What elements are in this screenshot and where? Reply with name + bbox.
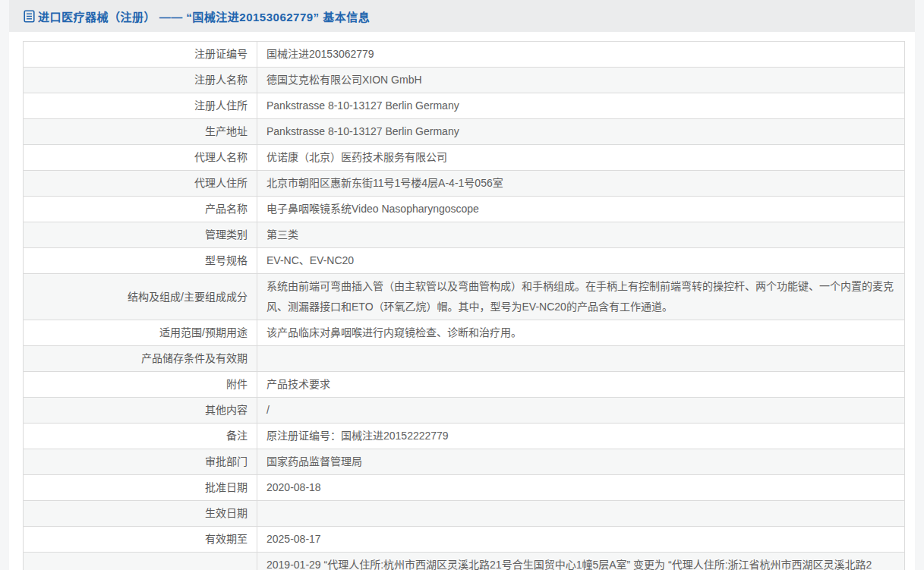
- field-value: /: [257, 398, 905, 424]
- field-value: [257, 501, 905, 527]
- table-row: 审批部门 国家药品监督管理局: [24, 449, 905, 475]
- registration-info-table: 注册证编号 国械注进20153062779 注册人名称 德国艾克松有限公司XIO…: [23, 41, 905, 570]
- field-label: 生效日期: [24, 501, 257, 527]
- table-row: 有效期至 2025-08-17: [24, 527, 905, 553]
- table-row: 型号规格 EV-NC、EV-NC20: [24, 248, 905, 274]
- field-label: 附件: [24, 372, 257, 398]
- field-value: 该产品临床对鼻咽喉进行内窥镜检查、诊断和治疗用。: [257, 320, 905, 346]
- field-value: 电子鼻咽喉镜系统Video Nasopharyngoscope: [257, 197, 905, 222]
- field-label: 注册证编号: [24, 42, 257, 68]
- field-label: 注册人名称: [24, 68, 257, 93]
- field-value: 2019-01-29 “代理人住所:杭州市西湖区灵溪北路21号合生国贸中心1幢5…: [257, 553, 905, 570]
- table-row: 生产地址 Pankstrasse 8-10-13127 Berlin Germa…: [24, 119, 905, 145]
- document-icon: [24, 10, 35, 23]
- field-label: 代理人住所: [24, 171, 257, 197]
- page-container: 进口医疗器械（注册） —— “国械注进20153062779” 基本信息 注册证…: [9, 0, 915, 570]
- table-row: 注册人住所 Pankstrasse 8-10-13127 Berlin Germ…: [24, 93, 905, 119]
- field-label: 批准日期: [24, 475, 257, 501]
- registration-info-table-body: 注册证编号 国械注进20153062779 注册人名称 德国艾克松有限公司XIO…: [24, 42, 905, 570]
- table-row: 附件 产品技术要求: [24, 372, 905, 398]
- field-label: 产品储存条件及有效期: [24, 346, 257, 372]
- field-label: 适用范围/预期用途: [24, 320, 257, 346]
- page-title: 进口医疗器械（注册） —— “国械注进20153062779” 基本信息: [38, 8, 370, 24]
- table-row: 注册人名称 德国艾克松有限公司XION GmbH: [24, 68, 905, 93]
- field-value: 2025-08-17: [257, 527, 905, 553]
- field-value: 国械注进20153062779: [257, 42, 905, 68]
- field-value: Pankstrasse 8-10-13127 Berlin Germany: [257, 93, 905, 119]
- table-row: 结构及组成/主要组成成分 系统由前端可弯曲插入管（由主软管以及弯曲管构成）和手柄…: [24, 274, 905, 320]
- table-row: 适用范围/预期用途 该产品临床对鼻咽喉进行内窥镜检查、诊断和治疗用。: [24, 320, 905, 346]
- table-row: 管理类别 第三类: [24, 222, 905, 248]
- content-panel: 注册证编号 国械注进20153062779 注册人名称 德国艾克松有限公司XIO…: [9, 32, 915, 570]
- field-label: 管理类别: [24, 222, 257, 248]
- table-row: 其他内容 /: [24, 398, 905, 424]
- field-value: 2020-08-18: [257, 475, 905, 501]
- page-header: 进口医疗器械（注册） —— “国械注进20153062779” 基本信息: [9, 0, 915, 32]
- field-label: 结构及组成/主要组成成分: [24, 274, 257, 320]
- field-value: 北京市朝阳区惠新东街11号1号楼4层A-4-1号056室: [257, 171, 905, 197]
- table-row: 注册证编号 国械注进20153062779: [24, 42, 905, 68]
- table-row: 代理人名称 优诺康（北京）医药技术服务有限公司: [24, 145, 905, 171]
- field-label: 代理人名称: [24, 145, 257, 171]
- field-label: [24, 553, 257, 570]
- table-row: 批准日期 2020-08-18: [24, 475, 905, 501]
- field-label: 注册人住所: [24, 93, 257, 119]
- table-row: 备注 原注册证编号：国械注进20152222779: [24, 424, 905, 449]
- field-value: 产品技术要求: [257, 372, 905, 398]
- field-value: 系统由前端可弯曲插入管（由主软管以及弯曲管构成）和手柄组成。在手柄上有控制前端弯…: [257, 274, 905, 320]
- table-row: 代理人住所 北京市朝阳区惠新东街11号1号楼4层A-4-1号056室: [24, 171, 905, 197]
- field-value: EV-NC、EV-NC20: [257, 248, 905, 274]
- field-value: 国家药品监督管理局: [257, 449, 905, 475]
- field-label: 其他内容: [24, 398, 257, 424]
- table-row: 产品名称 电子鼻咽喉镜系统Video Nasopharyngoscope: [24, 197, 905, 222]
- field-label: 有效期至: [24, 527, 257, 553]
- field-label: 产品名称: [24, 197, 257, 222]
- field-label: 备注: [24, 424, 257, 449]
- field-value: Pankstrasse 8-10-13127 Berlin Germany: [257, 119, 905, 145]
- field-label: 生产地址: [24, 119, 257, 145]
- field-value: 德国艾克松有限公司XION GmbH: [257, 68, 905, 93]
- field-label: 型号规格: [24, 248, 257, 274]
- table-row: 产品储存条件及有效期: [24, 346, 905, 372]
- field-value: [257, 346, 905, 372]
- field-label: 审批部门: [24, 449, 257, 475]
- field-value: 原注册证编号：国械注进20152222779: [257, 424, 905, 449]
- field-value: 第三类: [257, 222, 905, 248]
- table-row: 2019-01-29 “代理人住所:杭州市西湖区灵溪北路21号合生国贸中心1幢5…: [24, 553, 905, 570]
- table-row: 生效日期: [24, 501, 905, 527]
- field-value: 优诺康（北京）医药技术服务有限公司: [257, 145, 905, 171]
